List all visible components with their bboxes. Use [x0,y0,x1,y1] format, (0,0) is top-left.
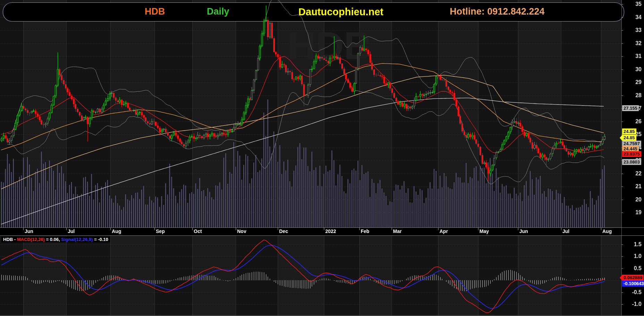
stock-chart-canvas[interactable] [0,0,644,316]
month-label: Sep [156,228,165,234]
month-label: Aug [602,228,612,234]
macd-axis-label: 1.0 [623,253,642,259]
hotline-label: Hotline: 0912.842.224 [450,6,544,17]
price-tag: 23.0803 [622,159,641,165]
month-label: Jun [25,228,33,234]
month-label: Feb [361,228,369,234]
price-axis-label: 35 [623,1,642,7]
macd-series-label: MACD(12,26) [17,237,45,242]
macd-tag: 0.062889 [622,275,644,281]
macd-axis-label: -1.0 [623,301,642,307]
price-tag: 24.85 [622,128,636,134]
month-label: Jul [68,228,75,234]
signal-series-label: Signal(12,26,9) [61,237,93,242]
price-axis-label: 20 [623,197,642,203]
price-axis-label: 19 [623,209,642,216]
price-axis-label: 29 [623,79,642,85]
month-label: Mar [393,228,402,234]
macd-series-value: = 0.06, [45,237,61,242]
month-label: Oct [194,228,202,234]
price-axis-label: 28 [623,92,642,99]
macd-info-prefix: HDB - [3,237,17,242]
price-tag: 27.155 [622,105,639,111]
price-tag: 23.8375 [622,151,641,157]
price-tag: 24.85 [622,135,636,141]
price-axis-label: 26 [623,118,642,125]
month-label: May [479,228,489,234]
price-axis-label: 33 [623,27,642,33]
price-axis-label: 32 [623,40,642,47]
month-label: Jun [519,228,528,234]
month-label: Jul [562,228,569,234]
signal-series-value: = -0.10 [93,237,108,242]
macd-axis-label: 1.5 [623,241,642,248]
macd-tag: -0.100643 [622,281,644,286]
macd-axis-label: 0.5 [623,265,642,272]
month-label: Nov [237,228,246,234]
stock-chart-app: HDB Daily Dautucophieu.net Hotline: 0912… [0,0,644,316]
price-axis-label: 31 [623,53,642,59]
price-axis-label: 22 [623,171,642,177]
month-label: Aug [112,228,121,234]
month-label: Dec [279,228,288,234]
month-label: Apr [440,228,448,234]
price-axis-label: 30 [623,66,642,73]
month-label: 2022 [325,228,336,234]
price-axis-label: 34 [623,14,642,20]
site-label: Dautucophieu.net [299,6,384,18]
macd-info-label: HDB - MACD(12,26) = 0.06, Signal(12,26,9… [1,236,110,242]
interval-label: Daily [207,6,229,17]
price-axis-label: 21 [623,183,642,190]
macd-axis-label: -0.5 [623,289,642,296]
symbol-label: HDB [145,6,165,17]
